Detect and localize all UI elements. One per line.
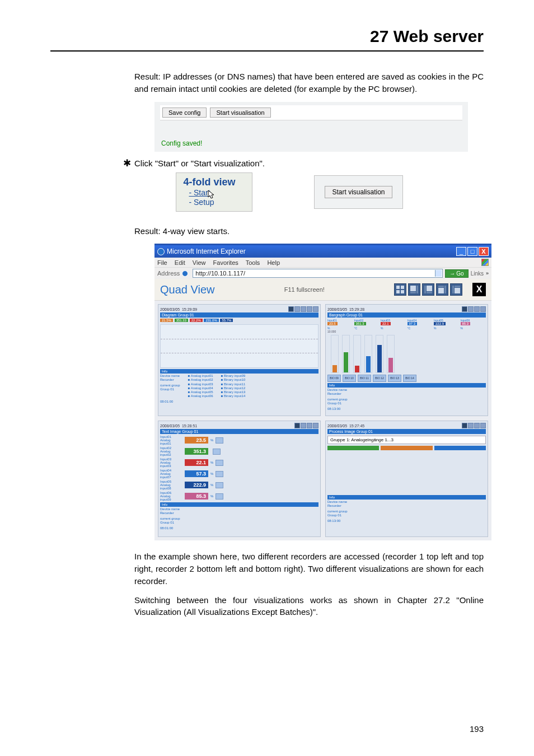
layout-topleft-icon[interactable] <box>408 283 420 296</box>
layout-bottomleft-icon[interactable] <box>436 283 448 296</box>
quad-view-title: Quad View <box>160 283 214 296</box>
svg-rect-12 <box>438 286 444 287</box>
svg-rect-7 <box>427 286 432 291</box>
config-saved-status: Config saved! <box>160 120 462 148</box>
value-reading: 23.5 <box>185 437 208 444</box>
figure-config-saved: Save config Start visualisation Config s… <box>154 102 468 152</box>
panel-bl-group-header: Text Image Group 01 <box>160 429 318 434</box>
panel-bl-icon2[interactable] <box>301 423 306 428</box>
tr-bargraphs <box>331 335 486 373</box>
panel-top-right: 2008/03/05 15:29:28 Bargraph Group 01 In… <box>325 304 488 416</box>
panel-br-group-header: Process Image Group 01 <box>327 429 486 434</box>
layout-topright-icon[interactable] <box>422 283 434 296</box>
value-chip-icon <box>216 460 223 466</box>
menu-edit[interactable]: Edit <box>175 259 185 266</box>
panel-bl-icon1[interactable] <box>294 423 300 428</box>
br-process-bars <box>327 446 486 450</box>
tl-bar: 351.33 <box>175 319 188 322</box>
address-label: Address <box>157 270 180 277</box>
panel-tl-icon4[interactable] <box>307 306 312 312</box>
value-unit: % <box>210 472 213 475</box>
panel-br-bottom-time: 08:13:00 <box>327 519 486 522</box>
tl-bar: 55.7% <box>220 319 233 322</box>
value-row: Input02 Analog input02351.3 <box>160 446 318 456</box>
panel-br-icon4[interactable] <box>480 423 486 428</box>
menu-favorites[interactable]: Favorites <box>213 259 238 266</box>
panel-tl-icon5[interactable] <box>313 306 318 312</box>
svg-rect-11 <box>444 286 446 293</box>
panel-tr-icon4[interactable] <box>480 306 486 312</box>
paragraph-example: In the example shown here, two different… <box>134 550 484 587</box>
panel-info-bar: Info <box>160 369 318 374</box>
panel-br-icon1[interactable] <box>462 423 467 428</box>
panel-bl-bottom-time: 08:01:00 <box>160 526 318 530</box>
panel-tr-bottom-time: 08:13:00 <box>327 407 486 410</box>
value-unit: % <box>210 461 213 464</box>
tr-chip: BIO 09 <box>327 375 341 382</box>
br-group-label: Gruppe 1: Analogeingänge 1...3 <box>327 436 486 444</box>
window-maximize-button[interactable]: □ <box>467 247 477 256</box>
start-visualisation-button[interactable]: Start visualisation <box>210 108 270 118</box>
panel-tr-icon1[interactable] <box>462 306 467 312</box>
value-chip-icon <box>216 471 223 477</box>
menu-tools[interactable]: Tools <box>246 259 260 266</box>
value-row: Input06 Analog input0985.3% <box>160 491 318 501</box>
value-label: Input03 Analog input03 <box>160 458 182 468</box>
menu-view[interactable]: View <box>193 259 206 266</box>
paragraph-switching: Switching between the four visualization… <box>134 594 484 619</box>
window-close-button[interactable]: X <box>479 247 489 256</box>
panel-tl-legend: Device nameRecorder current groupGroup 0… <box>160 374 318 398</box>
value-reading: 351.3 <box>185 448 208 455</box>
panel-tr-group-header: Bargraph Group 01 <box>327 312 486 318</box>
links-label[interactable]: Links <box>471 270 484 277</box>
start-visualisation-button-2[interactable]: Start visualisation <box>325 186 392 198</box>
paragraph-4way-starts: Result: 4-way view starts. <box>134 225 484 237</box>
panel-tr-icon3[interactable] <box>474 306 480 312</box>
panel-tl-icon2[interactable] <box>294 306 300 312</box>
ie-window-title: Microsoft Internet Explorer <box>167 248 246 255</box>
paragraph-result-cookies: Result: IP addresses (or DNS names) that… <box>134 71 484 95</box>
tl-chart <box>160 324 318 368</box>
svg-rect-6 <box>410 292 416 293</box>
value-label: Input02 Analog input02 <box>160 446 182 456</box>
panel-info-bar: Info <box>160 502 318 507</box>
figure-4fold-start: 4-fold view - Start - Setup Start visual… <box>95 172 484 212</box>
value-reading: 22.1 <box>185 459 208 466</box>
quad-view-body: 2008/03/05 15:29:09 Diagram Group 01 21.… <box>154 301 491 540</box>
panel-tl-icon3[interactable] <box>301 306 306 312</box>
fullscreen-hint: F11 fullscreen! <box>284 286 325 293</box>
chapter-title: 27 Web server <box>50 27 484 46</box>
panel-bottom-left: 2008/03/05 15:28:51 Text Image Group 01 … <box>158 421 321 537</box>
value-chip-icon <box>216 437 223 444</box>
panel-bl-icon3[interactable] <box>307 423 312 428</box>
ie-favicon-icon <box>182 270 188 277</box>
layout-bottomright-icon[interactable] <box>450 283 462 296</box>
panel-tl-icon1[interactable] <box>288 306 294 312</box>
address-dropdown-icon[interactable] <box>435 270 442 277</box>
menu-help[interactable]: Help <box>267 259 280 266</box>
address-field[interactable]: http://10.10.1.117/ <box>193 269 443 278</box>
value-label: Input05 Analog input08 <box>160 480 182 490</box>
panel-info-bar: Info <box>327 495 486 500</box>
window-minimize-button[interactable]: _ <box>456 247 466 256</box>
value-chip-icon <box>216 493 223 500</box>
panel-br-icon2[interactable] <box>468 423 474 428</box>
tl-bar: 231.0% <box>204 319 218 322</box>
panel-bl-icon4[interactable] <box>313 423 318 428</box>
panel-tr-icon2[interactable] <box>468 306 474 312</box>
save-config-button[interactable]: Save config <box>162 108 207 118</box>
tl-bar: 22.2% <box>190 319 203 322</box>
svg-rect-2 <box>396 290 400 293</box>
tr-chip: BIO 12 <box>373 375 386 382</box>
panel-br-icon3[interactable] <box>474 423 480 428</box>
fourfold-start-link[interactable]: - Start <box>189 188 210 197</box>
page-number: 193 <box>470 724 484 734</box>
value-row: Input04 Analog input0757.3% <box>160 469 318 479</box>
start-visualisation-box: Start visualisation <box>314 175 402 209</box>
go-button[interactable]: → Go <box>445 269 468 278</box>
value-reading: 85.3 <box>185 493 208 500</box>
menu-file[interactable]: File <box>157 259 167 266</box>
layout-4grid-icon[interactable] <box>394 283 406 296</box>
quad-close-button[interactable]: X <box>472 283 486 296</box>
value-unit: % <box>210 483 213 487</box>
